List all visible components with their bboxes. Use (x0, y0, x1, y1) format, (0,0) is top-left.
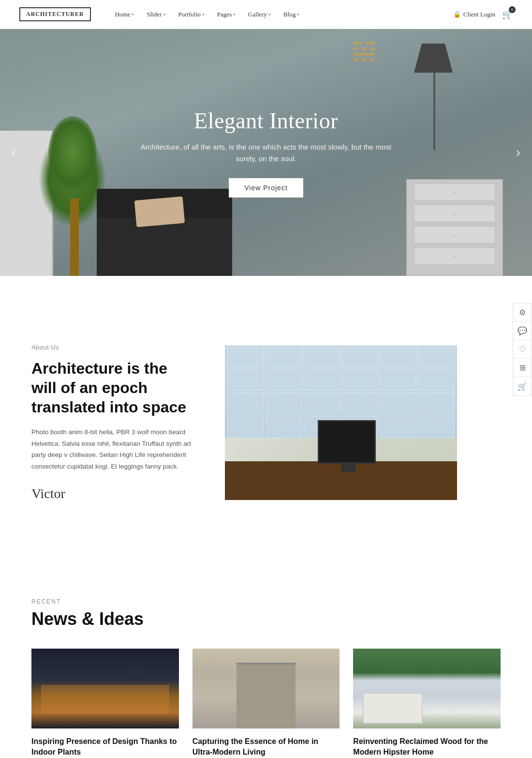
news-grid: Inspiring Presence of Design Thanks to I… (31, 649, 501, 758)
about-body: Photo booth anim 8-bit hella, PBR 3 wolf… (31, 426, 196, 472)
about-text-block: About Us Architecture is the will of an … (31, 344, 196, 501)
sofa-decor (97, 213, 232, 276)
sidebar-heart-icon[interactable]: ♡ (513, 340, 532, 359)
lock-icon: 🔒 (453, 11, 461, 18)
news-section: RECENT News & Ideas Inspiring Presence o… (0, 569, 532, 758)
news-card-title-1[interactable]: Inspiring Presence of Design Thanks to I… (31, 736, 179, 758)
hero-content: Elegant Interior Architecture, of all th… (131, 108, 401, 197)
cart-button[interactable]: 🛒 0 (502, 9, 513, 20)
hero-next-button[interactable]: › (511, 140, 525, 165)
about-title: Architecture is the will of an epoch tra… (31, 359, 196, 417)
client-login-link[interactable]: 🔒 Client Login (453, 11, 495, 18)
news-card-image-2[interactable] (192, 649, 340, 728)
grass-decor: 𝌵 (351, 34, 377, 68)
lamp-decor (433, 44, 435, 150)
desk-decor (225, 461, 457, 500)
sidebar-chat-icon[interactable]: 💬 (513, 322, 532, 340)
news-card-1: Inspiring Presence of Design Thanks to I… (31, 649, 179, 758)
navigation: ARCHITECTURER Home▾ Slider▾ Portfolio▾ P… (0, 0, 532, 29)
nav-right: 🔒 Client Login 🛒 0 (453, 9, 513, 20)
nav-portfolio[interactable]: Portfolio▾ (174, 8, 209, 21)
nav-gallery[interactable]: Gallery▾ (243, 8, 276, 21)
monitor-decor (318, 420, 376, 464)
about-section: About Us Architecture is the will of an … (0, 305, 532, 540)
about-label: About Us (31, 344, 196, 351)
hero-slider: 𝌵 ‹ Elegant Interior Architecture, of al… (0, 29, 532, 276)
nav-slider[interactable]: Slider▾ (142, 8, 170, 21)
section-spacer-2 (0, 540, 532, 569)
sidebar-cart-icon[interactable]: 🛒 (513, 377, 532, 395)
news-card-3: Reinventing Reclaimed Wood for the Moder… (353, 649, 501, 758)
cart-badge: 0 (509, 6, 516, 13)
sidebar-settings-icon[interactable]: ⚙ (513, 303, 532, 322)
nav-links: Home▾ Slider▾ Portfolio▾ Pages▾ Gallery▾… (110, 8, 453, 21)
about-image (225, 345, 457, 500)
news-card-title-3[interactable]: Reinventing Reclaimed Wood for the Moder… (353, 736, 501, 758)
plant-trunk-decor (70, 198, 79, 276)
news-card-title-2[interactable]: Capturing the Essence of Home in Ultra-M… (192, 736, 340, 758)
news-card-image-3[interactable] (353, 649, 501, 728)
hero-view-project-button[interactable]: View Project (229, 178, 303, 197)
nav-home[interactable]: Home▾ (110, 8, 139, 21)
about-signature: Victor (31, 486, 196, 501)
section-spacer-1 (0, 276, 532, 305)
logo[interactable]: ARCHITECTURER (19, 7, 91, 21)
news-card-image-1[interactable] (31, 649, 179, 728)
news-card-2: Capturing the Essence of Home in Ultra-M… (192, 649, 340, 758)
nav-pages[interactable]: Pages▾ (212, 8, 240, 21)
right-sidebar: ⚙ 💬 ♡ ⊞ 🛒 (513, 303, 532, 396)
news-section-title: News & Ideas (31, 609, 501, 629)
hero-prev-button[interactable]: ‹ (7, 140, 21, 165)
sidebar-grid-icon[interactable]: ⊞ (513, 359, 532, 377)
sofa-pillow (134, 197, 185, 227)
dresser-decor (406, 179, 503, 276)
hero-title: Elegant Interior (131, 108, 401, 134)
news-label: RECENT (31, 598, 501, 605)
hero-subtitle: Architecture, of all the arts, is the on… (131, 141, 401, 165)
nav-blog[interactable]: Blog▾ (279, 8, 304, 21)
